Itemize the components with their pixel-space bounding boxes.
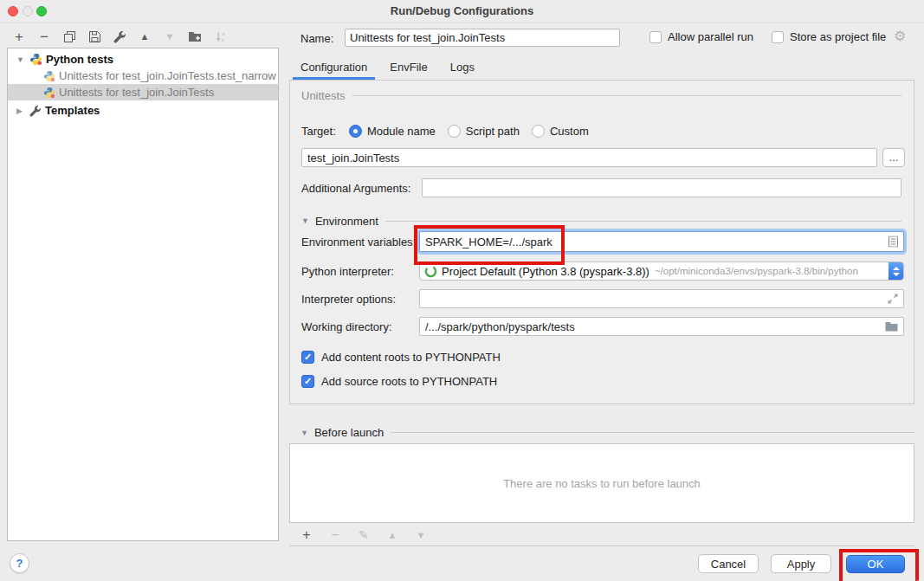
tab-envfile[interactable]: EnvFile xyxy=(382,57,435,80)
before-launch-toolbar: + − ✎ ▲ ▼ xyxy=(289,524,914,546)
radio-icon xyxy=(532,125,545,138)
python-test-icon xyxy=(43,70,55,82)
edit-task-icon[interactable]: ✎ xyxy=(357,527,371,543)
module-name-input[interactable] xyxy=(301,148,877,167)
collapse-arrow-icon[interactable]: ▼ xyxy=(300,429,308,437)
before-launch-header: ▼ Before launch xyxy=(289,426,914,439)
section-divider xyxy=(352,95,901,96)
copy-configuration-icon[interactable] xyxy=(62,29,76,44)
allow-parallel-run-checkbox[interactable]: Allow parallel run xyxy=(649,30,753,43)
cancel-button[interactable]: Cancel xyxy=(698,554,759,573)
radio-label: Module name xyxy=(367,125,436,138)
interpreter-options-input[interactable] xyxy=(419,289,904,308)
working-directory-input[interactable] xyxy=(419,317,904,336)
help-button[interactable]: ? xyxy=(10,553,29,573)
tab-bar: Configuration EnvFile Logs xyxy=(293,57,489,80)
checkbox-checked-icon: ✓ xyxy=(301,351,314,364)
combobox-stepper-icon[interactable] xyxy=(888,261,903,281)
radio-label: Custom xyxy=(550,125,589,138)
tree-item-label: Unittests for test_join.JoinTests.test_n… xyxy=(59,69,276,82)
edit-templates-icon[interactable] xyxy=(113,29,126,44)
tree-item-jointests-selected[interactable]: Unittests for test_join.JoinTests xyxy=(8,84,278,100)
checkbox-box xyxy=(772,31,784,43)
section-divider xyxy=(391,432,914,433)
checkbox-box xyxy=(649,31,662,43)
environment-section-label: Environment xyxy=(315,215,378,228)
apply-button[interactable]: Apply xyxy=(771,554,831,573)
add-source-roots-checkbox[interactable]: ✓ Add source roots to PYTHONPATH xyxy=(301,375,497,388)
tree-item-label: Unittests for test_join.JoinTests xyxy=(59,86,214,99)
collapse-arrow-icon[interactable]: ▼ xyxy=(301,216,309,225)
interpreter-options-label: Interpreter options: xyxy=(301,293,419,306)
titlebar: Run/Debug Configurations xyxy=(0,0,924,23)
save-configuration-icon[interactable] xyxy=(87,29,101,44)
checkbox-label: Add content roots to PYTHONPATH xyxy=(321,351,501,364)
move-task-down-button[interactable]: ▼ xyxy=(414,527,428,543)
add-configuration-button[interactable]: + xyxy=(12,29,26,44)
radio-label: Script path xyxy=(466,125,520,138)
configurations-tree: ▼ Python tests Unittests for test_join.J… xyxy=(7,48,279,541)
python-tests-icon xyxy=(29,53,42,66)
radio-selected-icon xyxy=(349,125,362,138)
radio-module-name[interactable]: Module name xyxy=(349,125,436,138)
additional-arguments-label: Additional Arguments: xyxy=(301,182,417,195)
section-divider xyxy=(385,221,901,222)
move-task-up-button[interactable]: ▲ xyxy=(385,527,399,543)
target-label: Target: xyxy=(301,125,340,138)
browse-module-button[interactable]: … xyxy=(882,148,905,167)
tree-item-label: Templates xyxy=(45,104,100,117)
working-directory-label: Working directory: xyxy=(301,320,419,333)
svg-text:z: z xyxy=(222,37,224,42)
configurations-toolbar: + − ▲ ▼ az xyxy=(12,28,227,45)
tree-item-test-narrow[interactable]: Unittests for test_join.JoinTests.test_n… xyxy=(8,68,278,84)
collapse-arrow-icon[interactable]: ▼ xyxy=(16,55,26,64)
templates-wrench-icon xyxy=(29,105,42,117)
svg-text:a: a xyxy=(222,31,225,36)
checkbox-label: Store as project file xyxy=(790,30,886,43)
add-task-button[interactable]: + xyxy=(300,527,313,543)
unittests-section-label: Unittests xyxy=(301,89,346,102)
sort-configurations-icon[interactable]: az xyxy=(213,29,227,44)
name-input[interactable] xyxy=(345,29,620,47)
add-content-roots-checkbox[interactable]: ✓ Add content roots to PYTHONPATH xyxy=(301,351,501,364)
remove-configuration-button[interactable]: − xyxy=(37,29,51,44)
radio-icon xyxy=(448,125,461,138)
run-debug-configurations-dialog: Run/Debug Configurations + − ▲ ▼ az ▼ Py xyxy=(0,0,924,581)
new-folder-icon[interactable] xyxy=(188,29,202,44)
tree-item-templates[interactable]: ▶ Templates xyxy=(8,102,278,119)
python-interpreter-select[interactable]: Project Default (Python 3.8 (pyspark-3.8… xyxy=(419,261,904,281)
python-interpreter-label: Python interpreter: xyxy=(301,265,419,278)
environment-variables-label: Environment variables: xyxy=(301,236,419,249)
gear-icon[interactable]: ⚙ xyxy=(894,29,906,43)
configuration-panel: Unittests Target: Module name Script pat… xyxy=(289,80,914,404)
expand-field-icon[interactable] xyxy=(888,294,898,304)
python-test-icon xyxy=(43,87,55,99)
folder-icon[interactable] xyxy=(885,321,898,332)
empty-tasks-message: There are no tasks to run before launch xyxy=(503,477,701,490)
name-label: Name: xyxy=(300,32,333,45)
radio-custom[interactable]: Custom xyxy=(532,125,589,138)
before-launch-task-list[interactable]: There are no tasks to run before launch xyxy=(289,443,914,523)
ok-button[interactable]: OK xyxy=(846,555,905,573)
radio-script-path[interactable]: Script path xyxy=(448,125,520,138)
env-vars-browse-icon[interactable] xyxy=(888,236,898,248)
additional-arguments-input[interactable] xyxy=(422,178,901,197)
tab-configuration[interactable]: Configuration xyxy=(293,57,375,80)
expand-arrow-icon[interactable]: ▶ xyxy=(16,107,26,115)
tab-logs[interactable]: Logs xyxy=(443,57,482,80)
store-as-project-file-checkbox[interactable]: Store as project file xyxy=(772,30,886,43)
window-title: Run/Debug Configurations xyxy=(0,4,924,17)
interpreter-path: ~/opt/miniconda3/envs/pyspark-3.8/bin/py… xyxy=(655,266,885,276)
environment-variables-input[interactable] xyxy=(419,231,904,252)
tree-item-label: Python tests xyxy=(46,53,113,66)
remove-task-button[interactable]: − xyxy=(328,527,342,543)
move-up-button[interactable]: ▲ xyxy=(138,29,152,44)
checkbox-label: Add source roots to PYTHONPATH xyxy=(321,375,497,388)
checkbox-label: Allow parallel run xyxy=(668,30,753,43)
before-launch-label: Before launch xyxy=(314,426,384,439)
move-down-button[interactable]: ▼ xyxy=(163,29,177,44)
tree-item-python-tests[interactable]: ▼ Python tests xyxy=(8,51,278,68)
interpreter-value: Project Default (Python 3.8 (pyspark-3.8… xyxy=(442,265,649,278)
checkbox-checked-icon: ✓ xyxy=(301,375,314,388)
conda-env-icon xyxy=(424,265,437,278)
